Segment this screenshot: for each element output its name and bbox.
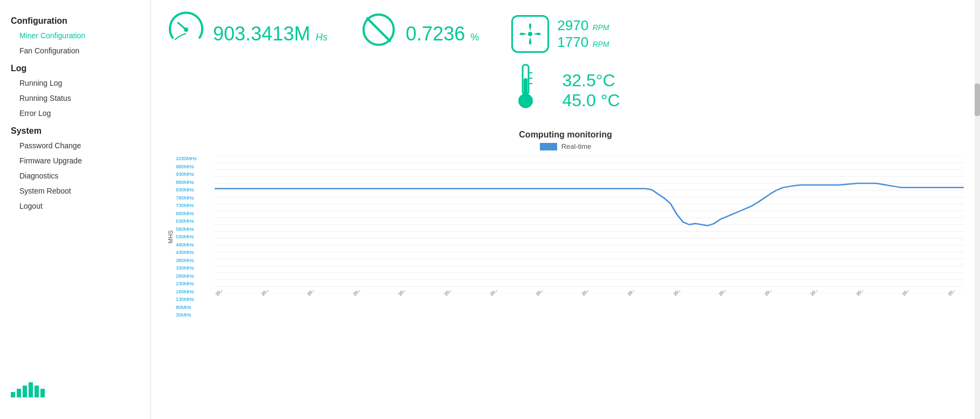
temp-value-2: 45.0 °C (562, 91, 620, 111)
chart-svg (215, 156, 964, 293)
sidebar-section-system: System Password Change Firmware Upgrade … (0, 121, 150, 214)
sidebar-logo (0, 372, 150, 408)
reject-values: 0.7236 % (406, 23, 479, 45)
temp-value-1: 32.5°C (562, 71, 615, 91)
sidebar-section-configuration: Configuration Miner Configuration Fan Co… (0, 11, 150, 58)
sidebar-item-logout[interactable]: Logout (0, 198, 150, 214)
sidebar-section-title-log: Log (0, 58, 150, 75)
legend-label-realtime: Real-time (561, 142, 592, 150)
hashrate-value: 903.3413M Hs (213, 23, 327, 45)
fan-rpm2: 1770 RPM (557, 34, 609, 51)
stats-top-row: 903.3413M Hs 0.7236 % (167, 11, 964, 57)
fan-rpm1: 2970 RPM (557, 17, 609, 34)
sidebar-section-log: Log Running Log Running Status Error Log (0, 58, 150, 121)
no-entry-icon (360, 11, 398, 57)
svg-rect-9 (524, 78, 527, 101)
main-content: 903.3413M Hs 0.7236 % (151, 0, 980, 419)
svg-line-2 (367, 18, 390, 41)
sidebar-item-running-status[interactable]: Running Status (0, 91, 150, 106)
scrollbar-thumb[interactable] (975, 84, 980, 116)
reject-value: 0.7236 % (406, 23, 479, 45)
temp-row: 32.5°C 45.0 °C (167, 62, 964, 119)
fan-icon (511, 15, 549, 53)
hashrate-group: 903.3413M Hs (167, 11, 327, 57)
sidebar-item-running-log[interactable]: Running Log (0, 75, 150, 91)
fan-values: 2970 RPM 1770 RPM (557, 17, 609, 51)
sidebar-section-title-configuration: Configuration (0, 11, 150, 28)
sidebar-item-fan-configuration[interactable]: Fan Configuration (0, 43, 150, 58)
temp-values: 32.5°C 45.0 °C (562, 71, 620, 111)
thermometer-icon (511, 62, 540, 119)
logo-bars (11, 382, 45, 397)
svg-point-3 (528, 32, 532, 36)
chart-section: Computing monitoring Real-time MHS 1030M… (167, 130, 964, 318)
sidebar-item-diagnostics[interactable]: Diagnostics (0, 168, 150, 183)
scrollbar-track[interactable] (975, 0, 980, 419)
reject-group: 0.7236 % (360, 11, 479, 57)
sidebar: Configuration Miner Configuration Fan Co… (0, 0, 151, 419)
chart-title: Computing monitoring (167, 130, 964, 140)
sidebar-item-password-change[interactable]: Password Change (0, 138, 150, 153)
hashrate-values: 903.3413M Hs (213, 23, 327, 45)
chart-container: MHS 1030MHs 980MHs 930MHs 880MHs 830MHs … (167, 156, 964, 318)
sidebar-item-miner-configuration[interactable]: Miner Configuration (0, 28, 150, 43)
sidebar-item-firmware-upgrade[interactable]: Firmware Upgrade (0, 153, 150, 168)
chart-y-label: MHS (167, 230, 174, 243)
svg-point-0 (184, 28, 188, 32)
fan-group: 2970 RPM 1770 RPM (511, 15, 609, 53)
sidebar-section-title-system: System (0, 121, 150, 138)
chart-legend: Real-time (167, 142, 964, 150)
legend-color-realtime (540, 143, 557, 150)
sidebar-item-error-log[interactable]: Error Log (0, 106, 150, 121)
gauge-icon (167, 11, 205, 57)
sidebar-item-system-reboot[interactable]: System Reboot (0, 183, 150, 198)
